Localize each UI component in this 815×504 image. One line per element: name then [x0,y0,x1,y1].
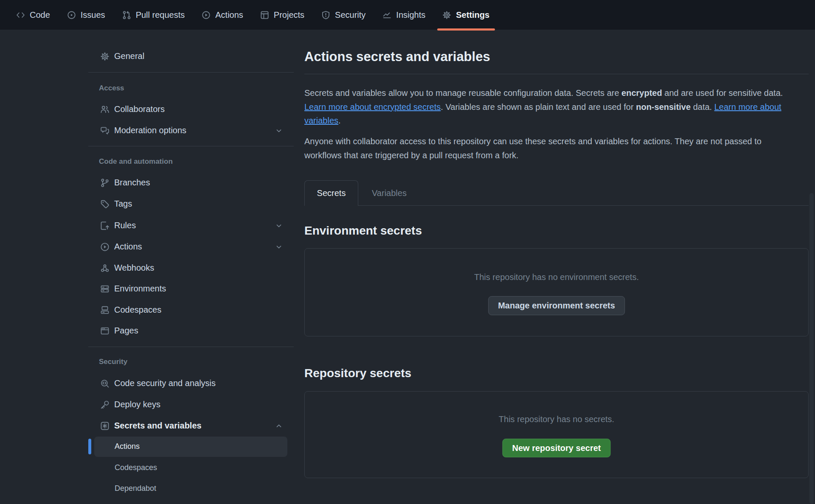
sidebar-item-collaborators[interactable]: Collaborators [88,99,294,120]
nav-tab-actions[interactable]: Actions [202,0,243,30]
nav-tab-insights[interactable]: Insights [382,0,425,30]
browser-icon [100,326,110,336]
intro-text: . Variables are shown as plain text and … [441,102,636,112]
environment-secrets-empty-box: This repository has no environment secre… [304,248,809,336]
sidebar-item-tags[interactable]: Tags [88,193,294,214]
key-asterisk-icon [100,421,110,431]
sidebar-subitem-dependabot[interactable]: Dependabot [88,478,294,499]
nav-tab-security[interactable]: Security [321,0,365,30]
nav-tab-projects[interactable]: Projects [260,0,304,30]
repo-push-icon [100,221,110,230]
issue-opened-icon [67,11,76,20]
sidebar-item-environments[interactable]: Environments [88,278,294,299]
environment-secrets-empty-text: This repository has no environment secre… [305,272,808,282]
collaborator-access-paragraph: Anyone with collaborator access to this … [304,134,797,162]
nav-tab-label: Pull requests [136,10,185,20]
sidebar-item-pages[interactable]: Pages [88,320,294,341]
graph-icon [382,11,391,20]
sidebar-divider [88,347,294,347]
new-repository-secret-button[interactable]: New repository secret [503,439,611,457]
gear-icon [442,11,451,20]
git-pull-request-icon [122,11,131,20]
tabnav-border [358,205,809,206]
intro-text: . [338,116,341,125]
sidebar-item-label: Collaborators [114,104,165,114]
sidebar-item-label: General [114,51,144,61]
nav-tab-settings[interactable]: Settings [442,0,489,30]
link-learn-more-encrypted-secrets[interactable]: Learn more about encrypted secrets [304,102,441,112]
sidebar-item-moderation-options[interactable]: Moderation options [88,120,294,141]
sidebar-item-label: Tags [114,199,132,209]
github-repo-settings-page: Code Issues Pull requests Actions Projec [0,0,815,504]
secrets-variables-tabnav: Secrets Variables [304,180,809,206]
play-icon [202,11,211,20]
sidebar-section-security: Security [99,357,286,367]
nav-tab-issues[interactable]: Issues [67,0,105,30]
sidebar-subitem-actions[interactable]: Actions [88,436,294,457]
manage-environment-secrets-button[interactable]: Manage environment secrets [488,296,625,315]
webhook-icon [100,263,110,273]
sidebar-subitem-codespaces[interactable]: Codespaces [88,457,294,478]
sidebar-item-label: Environments [114,284,166,294]
table-icon [260,11,269,20]
nav-tab-pull-requests[interactable]: Pull requests [122,0,185,30]
play-icon [100,242,110,252]
nav-tab-label: Insights [396,10,425,20]
sidebar-subitem-label: Codespaces [115,463,157,472]
sidebar-item-label: Code security and analysis [114,378,216,388]
selected-item-accent-bar [88,439,91,454]
sidebar-item-code-security-and-analysis[interactable]: Code security and analysis [88,373,294,394]
sidebar-item-branches[interactable]: Branches [88,172,294,193]
title-divider [304,74,809,74]
shield-icon [321,11,330,20]
nav-tab-label: Settings [456,10,489,20]
repository-secrets-heading: Repository secrets [304,367,411,380]
sidebar-item-label: Actions [114,242,142,252]
sidebar-item-label: Webhooks [114,263,154,273]
intro-text: Secrets and variables allow you to manag… [304,88,621,98]
nav-tab-label: Security [335,10,365,20]
repo-tab-nav: Code Issues Pull requests Actions Projec [0,0,815,30]
sidebar-divider [88,146,294,146]
nav-tab-code[interactable]: Code [16,0,50,30]
chevron-down-icon [275,127,283,134]
environment-secrets-heading: Environment secrets [304,224,422,238]
sidebar-subitem-label: Dependabot [115,484,156,493]
nav-tab-label: Issues [81,10,105,20]
people-icon [100,105,110,114]
sidebar-item-secrets-and-variables[interactable]: Secrets and variables [88,415,294,436]
nav-tab-label: Projects [274,10,304,20]
nav-tab-label: Actions [215,10,243,20]
intro-bold-encrypted: encrypted [621,88,662,98]
comment-discussion-icon [100,126,110,135]
vertical-scrollbar-thumb[interactable] [809,193,814,504]
server-icon [100,284,110,294]
sidebar-divider [88,72,294,73]
tab-secrets[interactable]: Secrets [304,180,358,206]
chevron-up-icon [275,422,283,430]
chevron-down-icon [275,243,283,251]
sidebar-item-label: Rules [114,221,136,230]
sidebar-item-label: Moderation options [114,126,186,135]
key-icon [100,400,110,409]
sidebar-item-actions[interactable]: Actions [88,236,294,257]
sidebar-section-access: Access [99,83,286,93]
sidebar-item-label: Secrets and variables [114,421,202,431]
sidebar-item-codespaces[interactable]: Codespaces [88,300,294,320]
code-icon [16,11,25,20]
tab-variables[interactable]: Variables [358,180,420,206]
git-branch-icon [100,178,110,188]
sidebar-item-general[interactable]: General [88,46,294,67]
sidebar-item-rules[interactable]: Rules [88,215,294,236]
gear-icon [100,52,110,61]
intro-text: and are used for sensitive data. [662,88,783,98]
repository-secrets-empty-box: This repository has no secrets. New repo… [304,391,809,478]
sidebar-subitem-label: Actions [115,442,140,451]
page-title: Actions secrets and variables [304,49,490,64]
sidebar-item-label: Branches [114,178,150,188]
intro-text: data. [691,102,714,112]
sidebar-item-webhooks[interactable]: Webhooks [88,258,294,278]
sidebar-item-label: Pages [114,326,138,336]
nav-tab-label: Code [30,10,50,20]
sidebar-item-deploy-keys[interactable]: Deploy keys [88,394,294,415]
